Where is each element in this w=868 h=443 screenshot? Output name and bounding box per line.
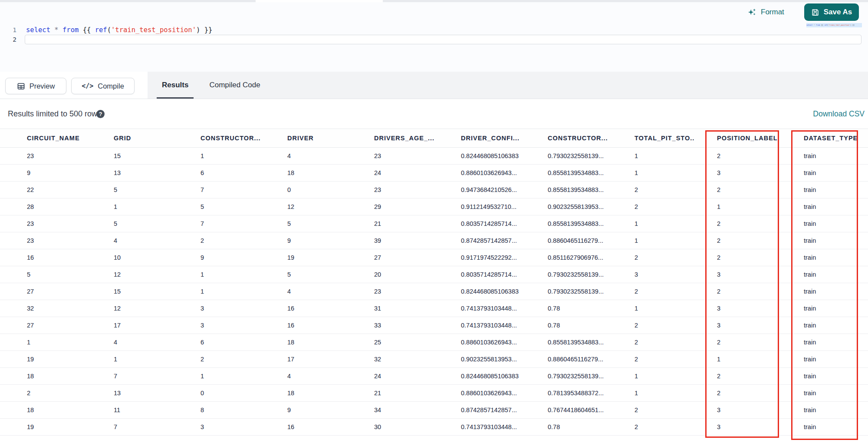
table-cell: 21 (347, 390, 434, 397)
tab-results[interactable]: Results (151, 72, 199, 99)
table-cell: 12 (260, 203, 347, 210)
table-cell: 22 (0, 186, 87, 193)
table-cell: 0.8742857142857... (434, 407, 521, 413)
table-cell: 17 (87, 322, 174, 329)
table-row: 213018210.8860103626943...0.781395348837… (0, 385, 868, 402)
table-grid-icon (17, 82, 25, 90)
table-cell: 0 (174, 390, 260, 397)
help-icon[interactable]: ? (96, 110, 105, 118)
table-cell: 0.9112149532710... (434, 203, 521, 210)
table-cell: 2 (608, 407, 694, 413)
table-row: 1610919270.9171974522292...0.85116279069… (0, 249, 868, 266)
table-cell: train (781, 390, 868, 397)
table-cell: 0.7930232558139... (521, 152, 608, 159)
table-cell: 0.8511627906976... (521, 254, 608, 261)
table-cell: 7 (174, 186, 260, 193)
tab-compiled-code[interactable]: Compiled Code (199, 72, 270, 99)
table-cell: 0.7930232558139... (521, 271, 608, 278)
code-minimap[interactable]: select * from {{ ref('train_test_positio… (806, 23, 862, 27)
table-cell: train (781, 305, 868, 312)
minimap-code-preview: select * from {{ ref('train_test_positio… (806, 24, 855, 26)
table-cell: 27 (0, 288, 87, 295)
table-cell: 9 (0, 169, 87, 176)
table-cell: 2 (608, 254, 694, 261)
table-cell: 20 (347, 271, 434, 278)
table-cell: train (781, 152, 868, 159)
table-cell: 4 (260, 373, 347, 380)
code-line[interactable]: select * from {{ ref('train_test_positio… (26, 25, 212, 35)
table-cell: 0.7813953488372... (521, 390, 608, 397)
table-cell: train (781, 271, 868, 278)
table-cell: 5 (174, 203, 260, 210)
save-as-label: Save As (824, 8, 852, 17)
code-token (50, 26, 54, 34)
table-cell: 5 (87, 186, 174, 193)
table-cell: 2 (608, 339, 694, 346)
table-cell: 0.9171974522292... (434, 254, 521, 261)
table-cell: train (781, 254, 868, 261)
table-cell: 0.78 (521, 423, 608, 430)
sql-editor[interactable]: 1 2 select * from {{ ref('train_test_pos… (0, 2, 868, 72)
code-token: 'train_test_position' (829, 24, 851, 26)
table-cell: 0.824468085106383 (434, 373, 521, 380)
code-token (59, 26, 62, 34)
table-cell: 1 (0, 339, 87, 346)
code-token: from (62, 26, 79, 34)
table-cell: 25 (347, 339, 434, 346)
table-cell: 2 (0, 390, 87, 397)
table-cell: 1 (87, 356, 174, 363)
table-cell: 2 (694, 152, 781, 159)
download-csv-link[interactable]: Download CSV (813, 99, 865, 129)
code-token: {{ (79, 26, 95, 34)
table-cell: 1 (174, 373, 260, 380)
table-cell: 31 (347, 305, 434, 312)
table-cell: train (781, 288, 868, 295)
table-cell: 0.8860465116279... (521, 356, 608, 363)
table-cell: 2 (608, 423, 694, 430)
table-cell: 0.7413793103448... (434, 322, 521, 329)
table-cell: 32 (347, 356, 434, 363)
dbt-sql-ide: 1 2 select * from {{ ref('train_test_pos… (0, 0, 868, 443)
table-row: 271514230.8244680851063830.7930232558139… (0, 283, 868, 300)
table-row: 23575210.8035714285714...0.8558139534883… (0, 215, 868, 232)
preview-button[interactable]: Preview (5, 78, 66, 94)
compile-button[interactable]: </> Compile (71, 78, 135, 94)
table-cell: 23 (0, 220, 87, 227)
code-token: }} (200, 26, 212, 34)
table-cell: 2 (694, 373, 781, 380)
column-header: CONSTRUCTOR... (521, 135, 608, 142)
table-row: 22570230.9473684210526...0.8558139534883… (0, 182, 868, 198)
table-cell: 2 (174, 237, 260, 244)
table-cell: 2 (608, 288, 694, 295)
column-header: DRIVERS_AGE_... (347, 135, 434, 142)
table-cell: 23 (347, 288, 434, 295)
code-icon: </> (82, 82, 93, 90)
table-cell: 0.8035714285714... (434, 220, 521, 227)
table-cell: 6 (174, 339, 260, 346)
table-cell: 39 (347, 237, 434, 244)
table-cell: 0.7930232558139... (521, 373, 608, 380)
compile-label: Compile (98, 82, 124, 90)
table-cell: 21 (347, 220, 434, 227)
table-cell: 2 (174, 356, 260, 363)
table-cell: 5 (260, 220, 347, 227)
table-cell: 0.8742857142857... (434, 237, 521, 244)
table-cell: 3 (694, 322, 781, 329)
table-cell: 18 (260, 169, 347, 176)
format-button[interactable]: Format (747, 5, 784, 19)
table-row: 191217320.9023255813953...0.886046511627… (0, 351, 868, 368)
table-cell: 29 (347, 203, 434, 210)
code-token: * (54, 26, 58, 34)
table-cell: 7 (87, 423, 174, 430)
table-cell: 2 (694, 288, 781, 295)
results-toolbar: Preview </> Compile ResultsCompiled Code (0, 72, 868, 99)
table-cell: train (781, 203, 868, 210)
table-cell: 15 (87, 288, 174, 295)
table-cell: 0.7413793103448... (434, 305, 521, 312)
table-cell: train (781, 407, 868, 413)
table-cell: 1 (608, 305, 694, 312)
save-as-button[interactable]: Save As (804, 3, 859, 21)
column-header: DRIVER_CONFI... (434, 135, 521, 142)
table-cell: 2 (694, 254, 781, 261)
table-cell: 2 (694, 220, 781, 227)
